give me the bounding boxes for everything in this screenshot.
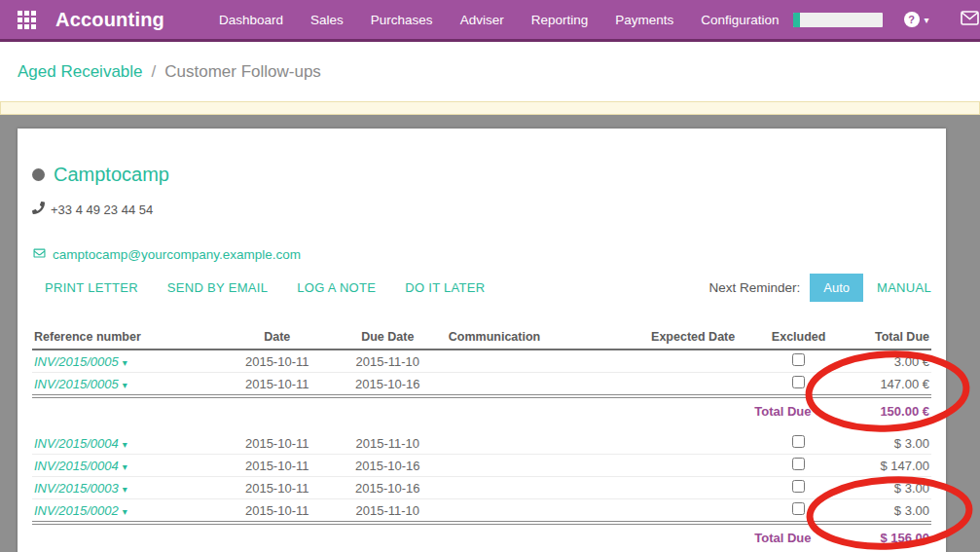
cell-due-date: 2015-10-16 xyxy=(329,455,447,477)
action-links: PRINT LETTER SEND BY EMAIL LOG A NOTE DO… xyxy=(45,280,515,295)
breadcrumb-separator: / xyxy=(152,62,157,82)
total-due-label: Total Due xyxy=(32,523,837,551)
print-letter-button[interactable]: PRINT LETTER xyxy=(45,280,138,295)
table-row: INV/2015/0002▾ 2015-10-11 2015-11-10 $ 3… xyxy=(32,499,931,524)
table-row: INV/2015/0003▾ 2015-10-11 2015-10-16 $ 3… xyxy=(32,477,931,499)
cell-due-date: 2015-10-16 xyxy=(329,477,447,499)
cell-communication xyxy=(447,499,626,524)
help-icon: ? xyxy=(904,12,920,27)
cell-total-due: 3.00 € xyxy=(837,350,932,373)
cell-due-date: 2015-10-16 xyxy=(329,373,447,397)
table-row: INV/2015/0005▾ 2015-10-11 2015-10-16 147… xyxy=(32,373,931,397)
invoice-link[interactable]: INV/2015/0005 xyxy=(34,354,119,369)
header-communication: Communication xyxy=(447,328,626,350)
cell-total-due: 147.00 € xyxy=(837,373,932,397)
customer-name[interactable]: Camptocamp xyxy=(54,164,169,186)
announcement-bar xyxy=(0,101,980,115)
invoice-dropdown-icon[interactable]: ▾ xyxy=(123,380,127,390)
next-reminder-group: Next Reminder: Auto MANUAL xyxy=(708,274,931,302)
cell-expected-date xyxy=(626,373,761,397)
excluded-checkbox[interactable] xyxy=(792,458,805,470)
section-total-row: Total Due 150.00 € xyxy=(32,396,931,424)
total-due-label: Total Due xyxy=(32,396,837,424)
customer-email[interactable]: camptocamp@yourcompany.example.com xyxy=(53,247,301,262)
cell-expected-date xyxy=(626,432,761,455)
excluded-checkbox[interactable] xyxy=(792,376,805,388)
total-due-amount: 150.00 € xyxy=(837,396,932,424)
phone-icon xyxy=(32,202,51,217)
reminder-auto-button[interactable]: Auto xyxy=(810,274,863,302)
messages-menu[interactable] xyxy=(961,11,979,29)
app-window: Accounting Dashboard Sales Purchases Adv… xyxy=(0,0,980,552)
invoice-dropdown-icon[interactable]: ▾ xyxy=(123,357,127,368)
invoice-link[interactable]: INV/2015/0005 xyxy=(34,377,119,391)
nav-sales[interactable]: Sales xyxy=(297,13,357,27)
cell-total-due: $ 3.00 xyxy=(837,432,932,455)
excluded-checkbox[interactable] xyxy=(792,353,805,366)
breadcrumb-aged-receivable[interactable]: Aged Receivable xyxy=(18,62,143,82)
header-due-date: Due Date xyxy=(329,328,447,350)
log-a-note-button[interactable]: LOG A NOTE xyxy=(297,280,376,295)
customer-heading: Camptocamp xyxy=(32,162,931,187)
total-due-amount: $ 156.00 xyxy=(837,523,932,551)
excluded-checkbox[interactable] xyxy=(792,435,805,448)
cell-due-date: 2015-11-10 xyxy=(329,499,447,524)
header-total-due: Total Due xyxy=(837,328,932,350)
customer-email-row: camptocamp@yourcompany.example.com xyxy=(32,245,931,263)
nav-configuration[interactable]: Configuration xyxy=(687,13,792,27)
reminder-manual-button[interactable]: MANUAL xyxy=(877,280,931,295)
section-spacer xyxy=(32,424,931,432)
table-row: INV/2015/0004▾ 2015-10-11 2015-11-10 $ 3… xyxy=(32,432,931,455)
planner-progress-fill xyxy=(793,13,800,27)
cell-due-date: 2015-11-10 xyxy=(329,432,447,455)
customer-status-dot-icon xyxy=(32,168,45,181)
table-row: INV/2015/0004▾ 2015-10-11 2015-10-16 $ 1… xyxy=(32,455,931,477)
nav-payments[interactable]: Payments xyxy=(601,13,687,27)
app-title[interactable]: Accounting xyxy=(55,9,164,31)
cell-total-due: $ 3.00 xyxy=(837,477,932,499)
cell-total-due: $ 147.00 xyxy=(837,455,932,477)
cell-date: 2015-10-11 xyxy=(226,432,329,455)
section-total-row: Total Due $ 156.00 xyxy=(32,523,931,551)
cell-expected-date xyxy=(626,477,761,499)
header-excluded: Excluded xyxy=(761,328,837,350)
next-reminder-label: Next Reminder: xyxy=(708,280,800,295)
header-reference-number: Reference number xyxy=(32,328,226,350)
invoice-dropdown-icon[interactable]: ▾ xyxy=(123,461,127,472)
apps-menu-icon[interactable] xyxy=(18,11,36,29)
table-header-row: Reference number Date Due Date Communica… xyxy=(32,328,931,350)
invoice-link[interactable]: INV/2015/0003 xyxy=(34,481,119,496)
nav-dashboard[interactable]: Dashboard xyxy=(205,13,297,27)
help-menu[interactable]: ? ▾ xyxy=(904,12,929,27)
cell-due-date: 2015-11-10 xyxy=(329,350,447,373)
cell-expected-date xyxy=(626,499,761,524)
excluded-checkbox[interactable] xyxy=(792,480,805,493)
cell-total-due: $ 3.00 xyxy=(837,499,932,524)
invoice-dropdown-icon[interactable]: ▾ xyxy=(123,439,127,450)
cell-communication xyxy=(447,432,626,455)
invoice-link[interactable]: INV/2015/0004 xyxy=(34,436,119,451)
invoice-dropdown-icon[interactable]: ▾ xyxy=(123,506,127,517)
breadcrumb-current: Customer Follow-ups xyxy=(164,62,321,82)
invoice-link[interactable]: INV/2015/0004 xyxy=(34,459,119,473)
nav-purchases[interactable]: Purchases xyxy=(357,13,447,27)
cell-date: 2015-10-11 xyxy=(226,477,329,499)
excluded-checkbox[interactable] xyxy=(792,502,805,515)
send-by-email-button[interactable]: SEND BY EMAIL xyxy=(167,280,268,295)
invoice-dropdown-icon[interactable]: ▾ xyxy=(123,484,127,495)
customer-phone-row: +33 4 49 23 44 54 xyxy=(32,201,931,218)
cell-expected-date xyxy=(626,350,761,373)
cell-date: 2015-10-11 xyxy=(226,499,329,524)
planner-progressbar[interactable] xyxy=(793,13,883,27)
nav-adviser[interactable]: Adviser xyxy=(447,13,518,27)
do-it-later-button[interactable]: DO IT LATER xyxy=(405,280,485,295)
followup-sheet: Camptocamp +33 4 49 23 44 54 camptocamp@… xyxy=(18,129,946,552)
envelope-icon xyxy=(961,11,979,29)
breadcrumb: Aged Receivable / Customer Follow-ups xyxy=(0,42,980,101)
cell-communication xyxy=(447,455,626,477)
chevron-down-icon: ▾ xyxy=(925,15,929,25)
nav-reporting[interactable]: Reporting xyxy=(518,13,602,27)
customer-phone: +33 4 49 23 44 54 xyxy=(51,202,153,217)
cell-date: 2015-10-11 xyxy=(226,373,329,397)
invoice-link[interactable]: INV/2015/0002 xyxy=(34,503,119,518)
